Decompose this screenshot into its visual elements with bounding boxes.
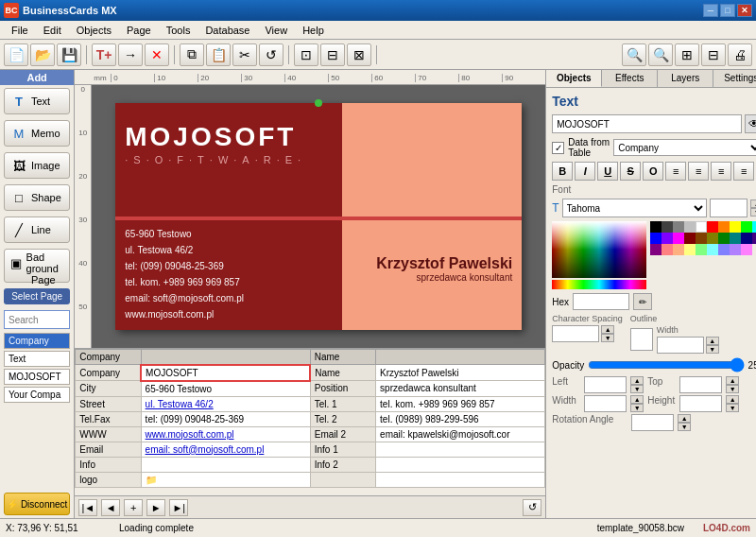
align2-button[interactable]: ⊟: [320, 43, 345, 66]
swatch[interactable]: [707, 244, 718, 255]
swatch[interactable]: [741, 244, 752, 255]
height-input[interactable]: 8,09: [679, 395, 722, 412]
underline-button[interactable]: U: [597, 162, 618, 181]
align3-button[interactable]: ⊠: [347, 43, 371, 66]
swatch[interactable]: [684, 221, 696, 233]
add-text-button[interactable]: T+: [92, 43, 116, 66]
menu-view[interactable]: View: [257, 23, 295, 38]
swatch[interactable]: [662, 221, 673, 233]
bold-button[interactable]: B: [552, 162, 573, 181]
print-button[interactable]: 🖨: [728, 43, 752, 66]
italic-button[interactable]: I: [575, 162, 595, 181]
font-size-spinner[interactable]: ▲ ▼: [750, 199, 756, 217]
swatch[interactable]: [718, 233, 730, 244]
swatch[interactable]: [673, 221, 684, 233]
swatch[interactable]: [707, 221, 718, 233]
search-input[interactable]: [4, 310, 70, 329]
align-center-button[interactable]: ≡: [688, 162, 709, 181]
menu-objects[interactable]: Objects: [69, 23, 119, 38]
zoom-fit-button[interactable]: ⊞: [675, 43, 699, 66]
tab-objects[interactable]: Objects: [546, 70, 602, 87]
font-size-input[interactable]: 19,00: [710, 199, 747, 217]
menu-page[interactable]: Page: [119, 23, 159, 38]
nav-prev-button[interactable]: ◄: [101, 499, 120, 516]
width2-input[interactable]: 37,06: [584, 395, 627, 412]
font-select[interactable]: Tahoma: [562, 199, 708, 217]
swatch[interactable]: [650, 244, 662, 255]
swatch[interactable]: [673, 244, 684, 255]
td-city-value[interactable]: 65-960 Testowo: [141, 381, 310, 397]
td-info-value[interactable]: [141, 457, 310, 472]
td-tel1-value[interactable]: tel. kom. +989 969 969 857: [376, 396, 545, 411]
nav-next-button[interactable]: ►: [146, 499, 165, 516]
align1-button[interactable]: ⊡: [294, 43, 318, 66]
opacity-slider[interactable]: [588, 357, 744, 372]
tab-settings[interactable]: Settings: [713, 70, 756, 87]
undo-button[interactable]: ↺: [259, 43, 284, 66]
table-row[interactable]: logo 📁: [76, 472, 545, 487]
font-size-up[interactable]: ▲: [750, 199, 756, 208]
paste-button[interactable]: 📋: [206, 43, 231, 66]
swatch[interactable]: [741, 221, 752, 233]
rotation-spinner[interactable]: ▲ ▼: [678, 414, 691, 431]
swatch[interactable]: [752, 233, 756, 244]
left-spinner[interactable]: ▲ ▼: [630, 376, 644, 393]
swatch[interactable]: [684, 244, 696, 255]
add-background-tool[interactable]: ▣ Bad ground Page: [4, 249, 70, 283]
td-www-value[interactable]: www.mojosoft.com.pl: [141, 426, 310, 442]
td-info2-value[interactable]: [376, 457, 545, 472]
td-info1-value[interactable]: [376, 442, 545, 457]
ow-up[interactable]: ▲: [706, 337, 719, 345]
hue-slider[interactable]: [552, 280, 646, 289]
table-row[interactable]: Tel.Fax tel: (099) 09048-25-369 Tel. 2 t…: [76, 411, 545, 426]
swatch[interactable]: [707, 233, 718, 244]
swatch[interactable]: [696, 221, 707, 233]
swatch[interactable]: [673, 233, 684, 244]
menu-tools[interactable]: Tools: [159, 23, 198, 38]
td-telfax-value[interactable]: tel: (099) 09048-25-369: [141, 411, 310, 426]
align-justify-button[interactable]: ≡: [733, 162, 754, 181]
left-input[interactable]: 5,81: [584, 376, 627, 393]
font-size-down[interactable]: ▼: [750, 208, 756, 217]
align-left-button[interactable]: ≡: [665, 162, 686, 181]
menu-edit[interactable]: Edit: [36, 23, 69, 38]
text-value-input[interactable]: [552, 114, 742, 133]
tab-layers[interactable]: Layers: [658, 70, 713, 87]
width2-spinner[interactable]: ▲ ▼: [630, 395, 644, 412]
swatch[interactable]: [650, 221, 662, 233]
strikethrough-button[interactable]: S: [620, 162, 641, 181]
add-memo-tool[interactable]: M Memo: [4, 120, 70, 147]
td-position-value[interactable]: sprzedawca konsultant: [376, 381, 545, 397]
swatch[interactable]: [662, 233, 673, 244]
swatch[interactable]: [718, 221, 730, 233]
add-shape-button[interactable]: →: [118, 43, 143, 66]
td-street-value[interactable]: ul. Testowa 46/2: [141, 396, 310, 411]
new-button[interactable]: 📄: [4, 43, 28, 66]
table-row[interactable]: WWW www.mojosoft.com.pl Email 2 email: k…: [76, 426, 545, 442]
char-dn[interactable]: ▼: [601, 334, 614, 342]
cut-button[interactable]: ✂: [232, 43, 257, 66]
swatch[interactable]: [696, 233, 707, 244]
outline-width-input[interactable]: 0,00: [657, 337, 704, 354]
table-row[interactable]: Company MOJOSOFT Name Krzysztof Pawelski: [76, 365, 545, 381]
td-company-value[interactable]: MOJOSOFT: [141, 365, 310, 381]
table-row[interactable]: Email email: soft@mojosoft.com.pl Info 1: [76, 442, 545, 457]
table-row[interactable]: Street ul. Testowa 46/2 Tel. 1 tel. kom.…: [76, 396, 545, 411]
swatch[interactable]: [696, 244, 707, 255]
td-email2-value[interactable]: email: kpawelski@mojosoft.cor: [376, 426, 545, 442]
canvas[interactable]: MOJOSOFT ·S·O·F·T·W·A·R·E· 65-960 Testow…: [92, 85, 545, 348]
add-line-tool[interactable]: ╱ Line: [4, 217, 70, 243]
swatch[interactable]: [662, 244, 673, 255]
disconnect-button[interactable]: ⚡ Disconnect: [4, 493, 70, 515]
height-spinner[interactable]: ▲ ▼: [726, 395, 739, 412]
minimize-button[interactable]: ─: [703, 4, 718, 17]
char-spacing-input[interactable]: 0,00: [552, 325, 599, 342]
add-image-tool[interactable]: 🖼 Image: [4, 152, 70, 179]
swatch[interactable]: [730, 233, 741, 244]
add-shape-tool[interactable]: □ Shape: [4, 184, 70, 211]
char-up[interactable]: ▲: [601, 325, 614, 334]
swatch[interactable]: [730, 221, 741, 233]
ow-dn[interactable]: ▼: [706, 345, 719, 354]
data-from-table-select[interactable]: Company: [613, 139, 756, 156]
maximize-button[interactable]: □: [720, 4, 735, 17]
